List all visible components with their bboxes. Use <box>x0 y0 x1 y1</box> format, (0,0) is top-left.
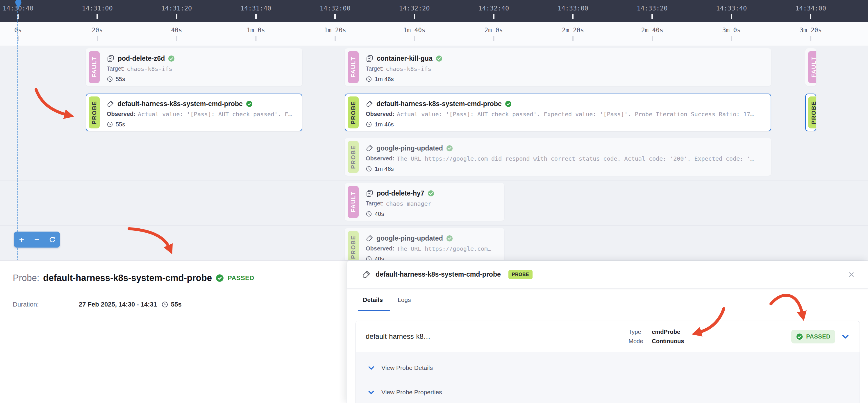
card-body: container-kill-guaTarget:chaos-k8s-ifs1m… <box>366 51 442 83</box>
row-separator <box>0 225 868 226</box>
reset-icon <box>49 236 56 243</box>
absolute-time-tick: 14:33:00 <box>558 0 588 19</box>
absolute-time-label: 14:34:00 <box>795 5 826 12</box>
probe-label: Probe: <box>13 273 39 283</box>
relative-time-tick: 3m 0s <box>722 22 741 41</box>
check-icon <box>168 55 175 62</box>
card-meta-row: Target:chaos-manager <box>366 198 434 209</box>
fault-badge: FAULT <box>348 51 359 83</box>
tick-mark <box>176 14 177 19</box>
fault-badge: FAULT <box>348 186 359 218</box>
fault-card[interactable]: FAULTpod-delete-hy7Target:chaos-manager4… <box>345 183 504 221</box>
absolute-time-label: 14:33:20 <box>637 5 668 12</box>
tab-logs[interactable]: Logs <box>398 289 411 311</box>
mode-label: Mode <box>628 338 644 345</box>
tick-mark <box>810 36 811 41</box>
fault-card[interactable]: FAULT <box>805 48 816 86</box>
target-value: chaos-manager <box>386 200 431 207</box>
absolute-time-tick: 14:32:40 <box>478 0 509 19</box>
probe-name-truncated: default-harness-k8… <box>366 332 628 340</box>
absolute-time-tick: 14:31:20 <box>161 0 192 19</box>
clock-icon <box>107 76 113 82</box>
active-tab-underline <box>358 310 390 311</box>
card-title: pod-delete-hy7 <box>377 190 425 197</box>
tick-mark <box>731 36 732 41</box>
tab-details[interactable]: Details <box>363 289 383 311</box>
probe-badge: PROBE <box>348 97 359 128</box>
card-title: pod-delete-z6d <box>118 55 165 63</box>
check-icon <box>505 101 512 107</box>
probe-badge: PROBE <box>808 97 816 128</box>
relative-time-tick: 2m 0s <box>485 22 503 41</box>
timeline-canvas[interactable]: FAULTpod-delete-z6dTarget:chaos-k8s-ifs5… <box>0 46 868 260</box>
clock-icon <box>366 76 372 82</box>
panel-tabs: DetailsLogs <box>347 289 868 311</box>
absolute-time-tick: 14:34:00 <box>795 0 826 19</box>
timeline-zoom-controls: + − <box>14 232 60 247</box>
zoom-out-button[interactable]: − <box>31 232 43 247</box>
duration-value: 1m 46s <box>375 121 394 128</box>
clock-icon <box>366 121 372 128</box>
card-meta-row: Observed:Actual value: '[Pass]: AUT chec… <box>107 109 292 120</box>
check-icon <box>246 101 253 107</box>
probe-summary-name: default-harness-k8s-system-cmd-probe <box>43 273 212 283</box>
observed-value: The URL https://google.com did respond w… <box>397 155 754 162</box>
tick-mark <box>652 36 653 41</box>
relative-time-label: 1m 20s <box>324 27 346 34</box>
tick-mark <box>651 14 653 19</box>
view-probe-link[interactable]: View Probe Properties <box>367 385 848 399</box>
card-body: google-ping-updatedObserved:The URL http… <box>366 231 491 260</box>
probe-icon <box>366 100 373 107</box>
fault-icon <box>366 190 374 197</box>
close-icon[interactable] <box>848 271 855 278</box>
card-meta-row: Target:chaos-k8s-ifs <box>366 63 442 74</box>
probe-card[interactable]: PROBEgoogle-ping-updatedObserved:The URL… <box>345 138 771 176</box>
chevron-down-icon[interactable] <box>841 332 850 341</box>
view-probe-link[interactable]: View Probe Details <box>367 361 848 375</box>
probe-card[interactable]: PROBEdefault-harness-k8s-system-cmd-prob… <box>86 94 302 131</box>
relative-time-label: 2m 40s <box>641 27 663 34</box>
card-title-row: pod-delete-z6d <box>107 54 175 63</box>
absolute-time-tick: 14:32:20 <box>399 0 430 19</box>
relative-time-label: 3m 0s <box>722 27 741 34</box>
probe-icon <box>107 100 114 107</box>
relative-time-label: 3m 20s <box>800 27 822 34</box>
tick-mark <box>96 14 98 19</box>
clock-icon <box>161 301 168 308</box>
tick-mark <box>414 14 415 19</box>
tick-mark <box>572 36 574 41</box>
relative-time-tick: 20s <box>92 22 103 41</box>
probe-type-badge: PROBE <box>508 270 532 279</box>
fault-card[interactable]: FAULTpod-delete-z6dTarget:chaos-k8s-ifs5… <box>86 48 302 86</box>
probe-card[interactable]: PROBEgoogle-ping-updatedObserved:The URL… <box>345 228 504 260</box>
relative-time-tick: 1m 0s <box>247 22 265 41</box>
duration-value: 1m 46s <box>375 76 394 82</box>
relative-time-bar: 0s20s40s1m 0s1m 20s1m 40s2m 0s2m 20s2m 4… <box>0 22 868 46</box>
fault-icon <box>366 55 374 63</box>
probe-card[interactable]: PROBEdefault-harness-k8s-system-cmd-prob… <box>345 94 771 131</box>
observed-value: Actual value: '[Pass]: AUT check passed'… <box>397 111 754 118</box>
probe-details-panel: default-harness-k8s-system-cmd-probe PRO… <box>346 261 868 403</box>
status-badge: PASSED <box>791 330 835 343</box>
absolute-time-label: 14:32:00 <box>320 5 350 12</box>
fault-badge: FAULT <box>89 51 100 83</box>
zoom-in-button[interactable]: + <box>16 232 28 247</box>
card-body: google-ping-updatedObserved:The URL http… <box>366 141 754 173</box>
check-icon <box>796 333 803 340</box>
chaos-experiment-timeline-screen: 14:30:4014:31:0014:31:2014:31:4014:32:00… <box>0 0 868 403</box>
check-icon <box>446 145 453 152</box>
absolute-time-label: 14:33:40 <box>716 5 747 12</box>
fault-card[interactable]: FAULTcontainer-kill-guaTarget:chaos-k8s-… <box>345 48 771 86</box>
zoom-reset-button[interactable] <box>46 232 58 247</box>
probe-badge: PROBE <box>348 231 359 260</box>
probe-card[interactable]: PROBE <box>805 94 816 131</box>
playhead-pin[interactable] <box>15 0 22 8</box>
duration-value: 40s <box>375 256 384 261</box>
playhead-line[interactable] <box>18 6 18 260</box>
observed-value: The URL https://google.com… <box>397 245 491 252</box>
card-title-row: default-harness-k8s-system-cmd-probe <box>366 99 754 109</box>
duration-value: 55s <box>116 121 125 128</box>
card-title: google-ping-updated <box>376 234 443 242</box>
absolute-time-label: 14:31:00 <box>82 5 113 12</box>
target-label: Target: <box>107 65 124 72</box>
